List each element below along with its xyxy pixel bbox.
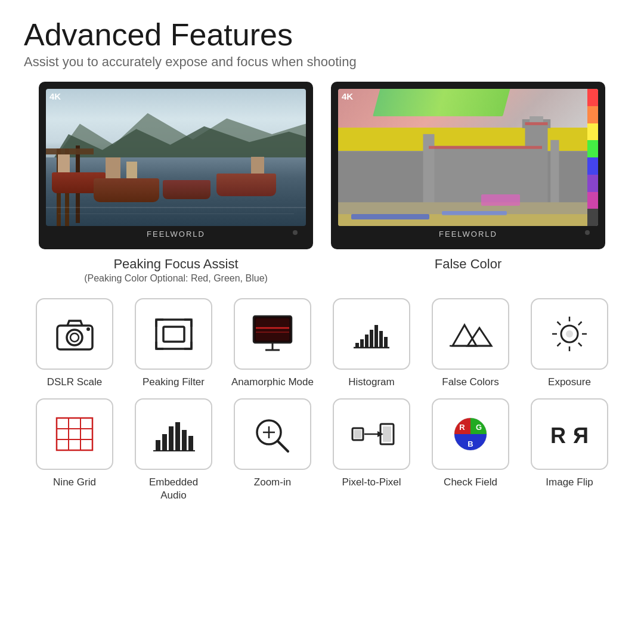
feature-check-field: R G B Check Field	[426, 398, 515, 502]
dslr-scale-icon-box	[36, 298, 113, 370]
zoom-in-icon-box	[234, 398, 311, 470]
zoom-in-label: Zoom-in	[254, 476, 291, 489]
svg-rect-5	[530, 116, 543, 122]
feature-image-flip: R R Image Flip	[525, 398, 614, 502]
svg-point-16	[86, 327, 90, 331]
svg-rect-28	[365, 335, 369, 348]
svg-rect-55	[182, 430, 187, 451]
pixel-to-pixel-label: Pixel-to-Pixel	[342, 476, 401, 489]
page-title: Advanced Features	[24, 18, 620, 52]
image-flip-icon-box: R R	[531, 398, 608, 470]
false-color-scene	[338, 89, 598, 226]
svg-line-43	[578, 322, 582, 326]
false-color-bar	[587, 89, 598, 226]
monitor-right-screen	[338, 89, 598, 226]
monitor-left-caption-sub: (Peaking Color Optional: Red, Green, Blu…	[84, 273, 268, 284]
feature-peaking-filter: Peaking Filter	[129, 298, 218, 389]
histogram-icon-box	[333, 298, 410, 370]
feature-false-colors: False Colors	[426, 298, 515, 389]
feature-zoom-in: Zoom-in	[228, 398, 317, 502]
svg-text:G: G	[476, 423, 482, 432]
svg-line-59	[278, 441, 288, 451]
embedded-audio-label: EmbeddedAudio	[149, 476, 198, 502]
svg-rect-30	[374, 325, 378, 348]
svg-point-14	[67, 330, 82, 345]
nine-grid-label: Nine Grid	[53, 476, 96, 489]
exposure-icon	[546, 313, 593, 355]
svg-rect-56	[188, 436, 193, 451]
embedded-audio-icon	[150, 413, 197, 455]
anamorphic-mode-icon	[249, 313, 296, 355]
pixel-to-pixel-icon	[348, 413, 395, 455]
svg-rect-31	[379, 331, 383, 348]
features-grid: DSLR Scale Pea	[24, 298, 620, 502]
image-flip-icon: R R	[546, 413, 593, 455]
svg-text:R: R	[550, 423, 566, 448]
svg-rect-29	[370, 330, 373, 348]
nine-grid-icon-box	[36, 398, 113, 470]
check-field-icon-box: R G B	[432, 398, 509, 470]
feature-histogram: Histogram	[327, 298, 416, 389]
check-field-icon: R G B	[447, 413, 494, 455]
svg-line-42	[578, 343, 582, 346]
embedded-audio-icon-box	[135, 398, 212, 470]
svg-rect-46	[57, 418, 92, 450]
feature-nine-grid: Nine Grid	[30, 398, 119, 502]
pixel-to-pixel-icon-box	[333, 398, 410, 470]
camera-icon	[52, 315, 97, 354]
svg-rect-67	[383, 426, 391, 442]
monitor-right-caption: False Color	[435, 256, 501, 272]
buildings-svg	[338, 116, 587, 226]
monitor-right: 4K	[331, 82, 605, 284]
false-colors-icon-box	[432, 298, 509, 370]
svg-rect-51	[156, 440, 160, 451]
exposure-label: Exposure	[548, 376, 591, 389]
svg-text:R: R	[573, 423, 589, 448]
exposure-icon-box	[531, 298, 608, 370]
peaking-filter-label: Peaking Filter	[143, 376, 205, 389]
feature-dslr-scale: DSLR Scale	[30, 298, 119, 389]
peaking-filter-icon-box	[135, 298, 212, 370]
svg-line-41	[558, 322, 561, 326]
image-flip-label: Image Flip	[546, 476, 593, 489]
anamorphic-mode-label: Anamorphic Mode	[231, 376, 314, 389]
svg-rect-12	[525, 122, 548, 125]
histogram-icon	[348, 313, 395, 355]
monitor-right-4k-label: 4K	[342, 91, 353, 101]
nine-grid-icon	[51, 413, 98, 455]
feature-exposure: Exposure	[525, 298, 614, 389]
monitor-left-caption-main: Peaking Focus Assist	[84, 256, 268, 272]
check-field-label: Check Field	[444, 476, 497, 489]
svg-rect-20	[256, 318, 289, 340]
monitor-left-frame: 4K	[39, 82, 313, 249]
zoom-in-icon	[249, 413, 296, 455]
monitor-left-screen	[46, 89, 306, 226]
svg-rect-18	[163, 327, 184, 342]
monitor-left-caption: Peaking Focus Assist (Peaking Color Opti…	[84, 256, 268, 284]
svg-rect-63	[354, 430, 361, 438]
svg-rect-17	[156, 320, 191, 349]
svg-text:R: R	[459, 423, 465, 432]
svg-rect-11	[429, 146, 542, 149]
svg-rect-53	[169, 426, 174, 451]
page-subtitle: Assist you to accurately expose and focu…	[24, 54, 620, 70]
peaking-filter-icon	[151, 315, 196, 354]
feature-embedded-audio: EmbeddedAudio	[129, 398, 218, 502]
feature-pixel-to-pixel: Pixel-to-Pixel	[327, 398, 416, 502]
feature-anamorphic-mode: Anamorphic Mode	[228, 298, 317, 389]
false-colors-label: False Colors	[442, 376, 499, 389]
monitor-right-caption-main: False Color	[435, 256, 501, 272]
svg-line-44	[558, 343, 561, 346]
svg-rect-52	[162, 434, 167, 451]
svg-rect-54	[175, 422, 180, 451]
boats-scene	[46, 89, 306, 226]
monitor-right-frame: 4K	[331, 82, 605, 249]
monitor-left-4k-label: 4K	[49, 91, 61, 101]
svg-text:B: B	[467, 439, 473, 448]
header: Advanced Features Assist you to accurate…	[24, 18, 620, 70]
dslr-scale-label: DSLR Scale	[47, 376, 103, 389]
svg-point-45	[566, 330, 573, 338]
histogram-label: Histogram	[348, 376, 394, 389]
monitor-right-brand: FEELWORLD	[338, 230, 598, 239]
svg-rect-27	[360, 339, 364, 348]
